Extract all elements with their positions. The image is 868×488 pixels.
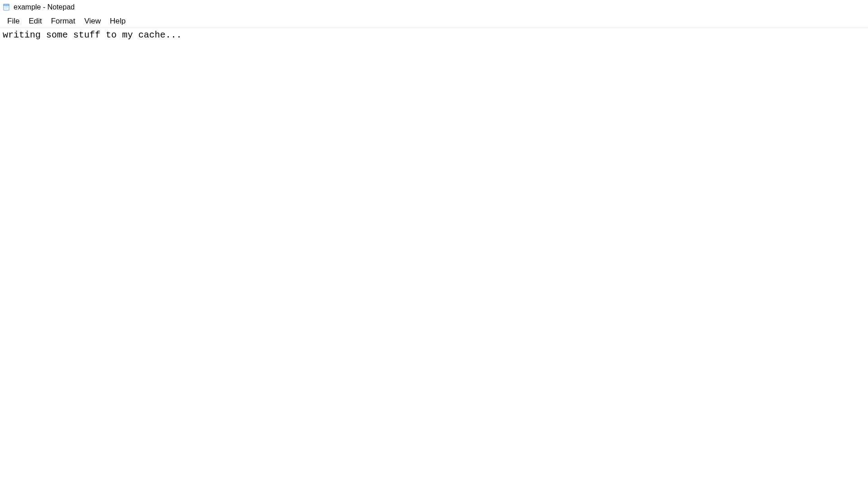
menu-file[interactable]: File (3, 15, 24, 28)
menu-edit[interactable]: Edit (24, 15, 46, 28)
svg-rect-1 (4, 4, 9, 5)
menu-help[interactable]: Help (105, 15, 130, 28)
text-editor[interactable]: writing some stuff to my cache... (0, 28, 868, 488)
menu-format[interactable]: Format (47, 15, 80, 28)
menubar: File Edit Format View Help (0, 14, 868, 28)
titlebar: example - Notepad (0, 0, 868, 14)
menu-view[interactable]: View (80, 15, 106, 28)
notepad-icon (2, 3, 11, 12)
window-title: example - Notepad (14, 3, 75, 11)
